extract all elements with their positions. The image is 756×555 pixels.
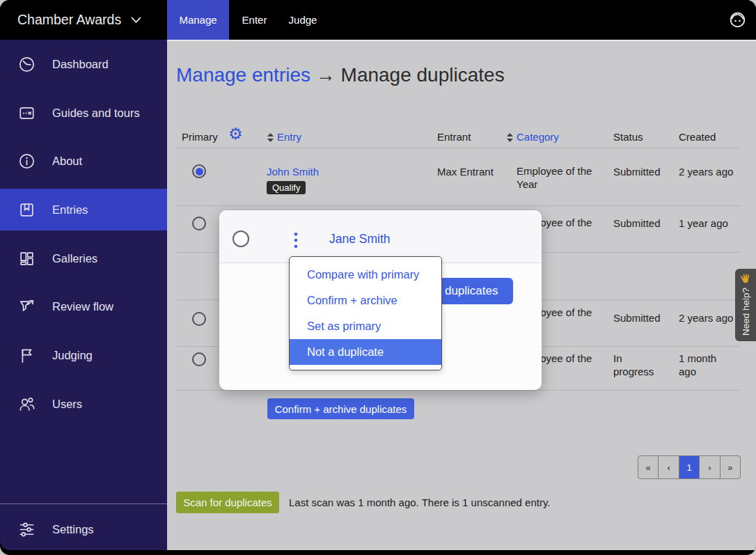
kebab-menu-icon[interactable] bbox=[294, 232, 298, 249]
sidebar-item-label: Users bbox=[52, 398, 82, 411]
duplicate-row-popover: Jane Smith Confirm + archive duplicates … bbox=[219, 210, 542, 390]
primary-radio-row1[interactable] bbox=[192, 164, 206, 178]
confirm-archive-duplicates-button[interactable]: Confirm + archive duplicates bbox=[267, 398, 414, 419]
created-cell: 1 month ago bbox=[679, 352, 720, 378]
entry-link[interactable]: Jane Smith bbox=[329, 232, 391, 247]
app-switcher[interactable]: Chamber Awards bbox=[17, 0, 141, 40]
sidebar-item-label: About bbox=[52, 155, 82, 168]
row-actions-menu: Compare with primary Confirm + archive S… bbox=[289, 256, 442, 370]
gear-icon[interactable]: ⚙ bbox=[228, 126, 243, 142]
account-face-icon[interactable] bbox=[728, 10, 747, 29]
pagination: « ‹ 1 › » bbox=[638, 455, 741, 479]
menu-item-confirm-archive[interactable]: Confirm + archive bbox=[290, 288, 441, 313]
dashboard-icon bbox=[17, 55, 36, 74]
tab-label: Judge bbox=[289, 14, 317, 26]
sidebar-item-about[interactable]: About bbox=[0, 140, 167, 182]
pagination-page-1-button[interactable]: 1 bbox=[679, 456, 699, 478]
flow-arrow-icon bbox=[17, 297, 36, 316]
menu-item-compare-with-primary[interactable]: Compare with primary bbox=[290, 262, 441, 288]
menu-item-not-a-duplicate[interactable]: Not a duplicate bbox=[290, 339, 441, 365]
sidebar-item-label: Galleries bbox=[52, 252, 97, 265]
chevron-down-icon bbox=[131, 17, 141, 24]
qualify-badge: Qualify bbox=[267, 181, 306, 194]
pagination-prev-button[interactable]: ‹ bbox=[658, 456, 678, 478]
row-divider bbox=[176, 148, 740, 148]
status-cell: Submitted bbox=[613, 311, 661, 325]
sidebar-item-label: Entries bbox=[52, 203, 88, 217]
sidebar-item-review-flow[interactable]: Review flow bbox=[0, 286, 167, 327]
info-icon bbox=[17, 152, 36, 171]
app-title: Chamber Awards bbox=[17, 12, 121, 28]
app-window: Chamber Awards Manage Enter Judge Dashbo… bbox=[0, 0, 756, 555]
sidebar-item-entries[interactable]: Entries bbox=[0, 189, 167, 230]
sidebar-item-label: Dashboard bbox=[52, 58, 109, 71]
primary-radio-popover[interactable] bbox=[233, 230, 249, 247]
primary-radio-row4[interactable] bbox=[192, 352, 206, 366]
topnav-tab-judge[interactable]: Judge bbox=[280, 0, 326, 40]
sidebar: Dashboard Guides and tours About Entries… bbox=[0, 40, 167, 550]
topnav-tab-enter[interactable]: Enter bbox=[229, 0, 280, 40]
sidebar-item-label: Review flow bbox=[52, 300, 113, 313]
menu-item-set-as-primary[interactable]: Set as primary bbox=[290, 313, 441, 339]
col-header-primary: Primary bbox=[182, 131, 218, 143]
topnav-tab-manage[interactable]: Manage bbox=[167, 0, 229, 40]
tab-label: Manage bbox=[179, 14, 216, 26]
created-cell: 1 year ago bbox=[679, 217, 728, 230]
primary-radio-row2[interactable] bbox=[192, 217, 206, 230]
col-header-entry[interactable]: Entry bbox=[277, 131, 301, 143]
sidebar-item-judging[interactable]: Judging bbox=[0, 334, 167, 376]
col-header-status: Status bbox=[613, 131, 643, 143]
main-content: Manage entries → Manage duplicates Prima… bbox=[167, 40, 756, 550]
primary-radio-row3[interactable] bbox=[192, 312, 206, 326]
page-title: Manage entries → Manage duplicates bbox=[176, 64, 505, 86]
created-cell: 2 years ago bbox=[679, 311, 733, 325]
breadcrumb-arrow: → bbox=[316, 64, 336, 86]
last-scan-status-text: Last scan was 1 month ago. There is 1 un… bbox=[289, 497, 551, 508]
need-help-tab[interactable]: Need help? bbox=[735, 269, 756, 341]
row-divider bbox=[176, 390, 740, 391]
flag-icon bbox=[17, 346, 36, 365]
wave-hand-icon bbox=[741, 274, 750, 283]
scan-for-duplicates-button[interactable]: Scan for duplicates bbox=[176, 492, 279, 513]
users-icon bbox=[17, 395, 36, 414]
status-cell: Submitted bbox=[613, 217, 661, 230]
created-cell: 2 years ago bbox=[679, 165, 733, 178]
col-header-entrant: Entrant bbox=[437, 131, 471, 143]
row-divider bbox=[176, 205, 740, 206]
sidebar-item-users[interactable]: Users bbox=[0, 383, 167, 425]
sidebar-item-label: Guides and tours bbox=[52, 107, 140, 120]
status-cell: Submitted bbox=[613, 165, 661, 178]
breadcrumb-link[interactable]: Manage entries bbox=[176, 64, 310, 86]
map-icon bbox=[17, 104, 36, 123]
entry-link[interactable]: John Smith bbox=[267, 165, 319, 178]
col-header-created: Created bbox=[679, 131, 716, 143]
topbar: Chamber Awards Manage Enter Judge bbox=[0, 0, 756, 40]
sidebar-divider bbox=[0, 503, 167, 504]
sliders-icon bbox=[17, 520, 36, 539]
bookmark-icon bbox=[17, 201, 36, 219]
sidebar-item-galleries[interactable]: Galleries bbox=[0, 237, 167, 279]
sidebar-item-label: Settings bbox=[52, 523, 94, 536]
pagination-first-button[interactable]: « bbox=[638, 456, 658, 478]
col-header-category[interactable]: Category bbox=[517, 131, 559, 143]
sidebar-item-label: Judging bbox=[52, 349, 93, 362]
tiles-icon bbox=[17, 249, 36, 268]
entrant-cell: Max Entrant bbox=[437, 165, 494, 178]
sort-category-icon[interactable] bbox=[506, 132, 514, 143]
page-title-text: Manage duplicates bbox=[341, 64, 505, 86]
top-highlight-line bbox=[167, 40, 756, 41]
tab-label: Enter bbox=[242, 14, 267, 26]
sidebar-item-settings[interactable]: Settings bbox=[0, 508, 167, 550]
sort-entry-icon[interactable] bbox=[267, 132, 274, 143]
pagination-next-button[interactable]: › bbox=[699, 456, 719, 478]
pagination-last-button[interactable]: » bbox=[720, 456, 740, 478]
sidebar-item-guides-and-tours[interactable]: Guides and tours bbox=[0, 92, 167, 134]
sidebar-item-dashboard[interactable]: Dashboard bbox=[0, 43, 167, 85]
status-cell: In progress bbox=[613, 352, 658, 378]
category-cell: Employee of the Year bbox=[517, 164, 594, 191]
need-help-label: Need help? bbox=[741, 288, 751, 336]
